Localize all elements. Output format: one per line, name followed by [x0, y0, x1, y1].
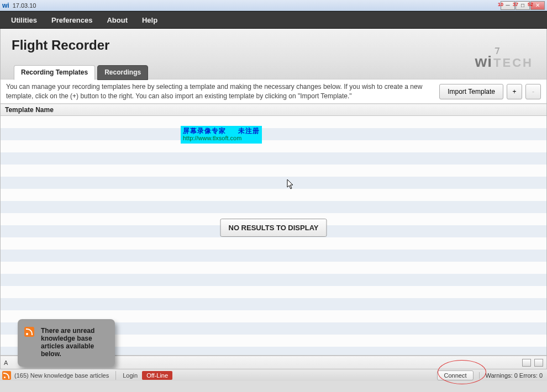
print-icon[interactable]: [522, 359, 531, 367]
separator: [115, 371, 116, 380]
footer-marker: A: [4, 359, 8, 366]
workspace: Flight Recorder wiTECH Recording Templat…: [0, 29, 547, 369]
tab-toolbar: You can manage your recording templates …: [1, 80, 546, 104]
kb-articles-link[interactable]: (165) New knowledge base articles: [14, 372, 109, 379]
toolbar-description: You can manage your recording templates …: [6, 82, 426, 100]
kb-unread-popup[interactable]: There are unread knowledge base articles…: [18, 319, 115, 367]
connect-button[interactable]: Connect: [437, 370, 474, 380]
offline-badge: Off-Line: [142, 371, 172, 380]
popup-text: There are unread knowledge base articles…: [41, 327, 94, 358]
close-button[interactable]: ✕52: [530, 1, 545, 10]
menubar: Utilities Preferences About Help: [0, 11, 547, 29]
rss-icon: [24, 327, 34, 337]
grid-column-header[interactable]: Template Name: [1, 104, 546, 116]
tab-recording-templates[interactable]: Recording Templates: [14, 65, 95, 80]
remove-template-button[interactable]: -: [525, 84, 541, 99]
window-controls: ─10 □37 ✕52: [501, 1, 545, 10]
minimize-button[interactable]: ─10: [501, 1, 515, 10]
brand-logo: wiTECH: [475, 53, 533, 71]
rss-icon[interactable]: [2, 371, 11, 380]
menu-about[interactable]: About: [107, 16, 128, 24]
page-header: Flight Recorder wiTECH Recording Templat…: [1, 29, 546, 80]
warnings-errors-pane[interactable]: Warnings: 0 Errors: 0: [479, 372, 543, 379]
window-titlebar: wi 17.03.10 ─10 □37 ✕52: [0, 0, 547, 11]
screen-recorder-watermark: 屏幕录像专家未注册 http://www.tlxsoft.com: [181, 126, 262, 144]
maximize-button[interactable]: □37: [516, 1, 530, 10]
statusbar: (165) New knowledge base articles Login …: [0, 369, 547, 381]
tabstrip: Recording Templates Recordings: [12, 65, 535, 80]
import-template-button[interactable]: Import Template: [439, 84, 503, 99]
cursor-icon: [287, 179, 294, 192]
tab-recordings[interactable]: Recordings: [97, 65, 148, 80]
page-title: Flight Recorder: [12, 38, 535, 53]
menu-preferences[interactable]: Preferences: [51, 16, 92, 24]
export-icon[interactable]: [534, 359, 543, 367]
menu-help[interactable]: Help: [142, 16, 157, 24]
add-template-button[interactable]: +: [507, 84, 522, 99]
menu-utilities[interactable]: Utilities: [11, 16, 37, 24]
app-version: 17.03.10: [13, 2, 36, 9]
column-template-name: Template Name: [5, 106, 54, 114]
app-icon: wi: [2, 2, 9, 9]
login-link[interactable]: Login: [123, 372, 138, 379]
no-results-message: NO RESULTS TO DISPLAY: [220, 219, 327, 237]
